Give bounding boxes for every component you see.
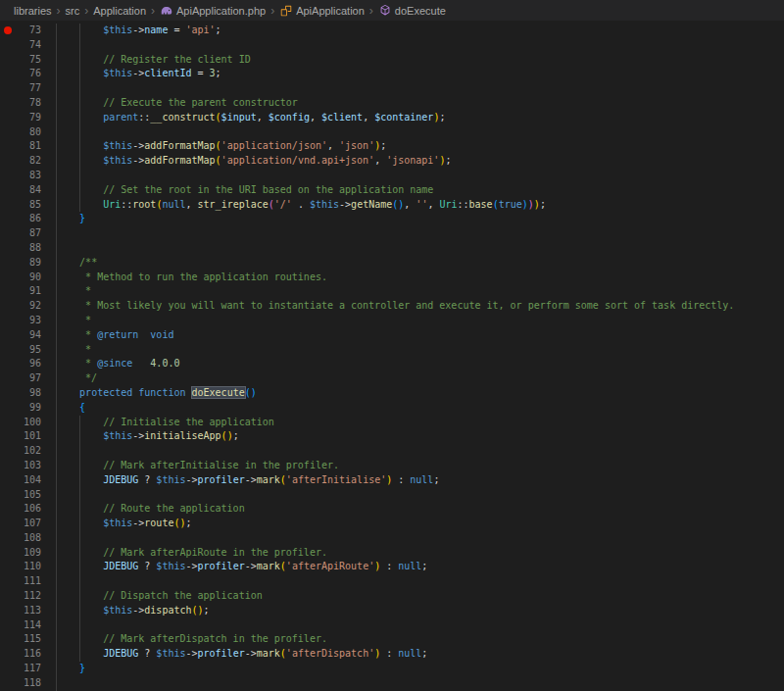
- line-number[interactable]: 90: [16, 271, 41, 285]
- breakpoint-margin[interactable]: [0, 328, 16, 343]
- line-number[interactable]: 74: [16, 38, 41, 53]
- breakpoint-margin[interactable]: [0, 459, 16, 473]
- line-number[interactable]: 112: [16, 589, 41, 604]
- breakpoint-margin[interactable]: [0, 546, 16, 561]
- code-line[interactable]: 104 JDEBUG ? $this->profiler->mark('afte…: [0, 473, 784, 488]
- code-line[interactable]: 78 // Execute the parent constructor: [0, 96, 784, 111]
- breakpoint-margin[interactable]: [0, 241, 16, 256]
- code-line[interactable]: 88: [0, 241, 784, 256]
- breakpoint-margin[interactable]: [0, 212, 16, 226]
- breadcrumb-item-apiapplication-php[interactable]: ApiApplication.php: [160, 4, 266, 18]
- breakpoint-icon[interactable]: [4, 26, 12, 34]
- line-number[interactable]: 104: [16, 473, 41, 488]
- line-number[interactable]: 76: [16, 67, 41, 81]
- breakpoint-margin[interactable]: [0, 226, 16, 241]
- breakpoint-margin[interactable]: [0, 589, 16, 604]
- breakpoint-margin[interactable]: [0, 560, 16, 574]
- code-line[interactable]: 112 // Dispatch the application: [0, 589, 784, 604]
- line-number[interactable]: 83: [16, 169, 41, 183]
- line-number[interactable]: 116: [16, 647, 41, 662]
- line-number[interactable]: 92: [16, 299, 41, 314]
- code-line[interactable]: 97 */: [0, 371, 784, 386]
- line-number[interactable]: 78: [16, 96, 41, 111]
- breakpoint-margin[interactable]: [0, 81, 16, 96]
- line-number[interactable]: 86: [16, 212, 41, 226]
- breakpoint-margin[interactable]: [0, 343, 16, 358]
- line-number[interactable]: 77: [16, 81, 41, 96]
- code-line[interactable]: 101 $this->initialiseApp();: [0, 429, 784, 444]
- code-line[interactable]: 90 * Method to run the application routi…: [0, 271, 784, 285]
- line-number[interactable]: 98: [16, 386, 41, 401]
- breakpoint-margin[interactable]: [0, 574, 16, 589]
- breakpoint-margin[interactable]: [0, 444, 16, 459]
- line-number[interactable]: 114: [16, 618, 41, 633]
- code-line[interactable]: 114: [0, 618, 784, 633]
- code-line[interactable]: 92 * Most likely you will want to instan…: [0, 299, 784, 314]
- code-line[interactable]: 96 * @since 4.0.0: [0, 357, 784, 371]
- code-line[interactable]: 98 protected function doExecute(): [0, 386, 784, 401]
- breadcrumb-item-libraries[interactable]: libraries: [14, 5, 52, 17]
- line-number[interactable]: 103: [16, 459, 41, 473]
- breakpoint-margin[interactable]: [0, 473, 16, 488]
- line-number[interactable]: 82: [16, 154, 41, 169]
- code-line[interactable]: 91 *: [0, 284, 784, 299]
- line-number[interactable]: 91: [16, 284, 41, 299]
- breakpoint-margin[interactable]: [0, 284, 16, 299]
- code-line[interactable]: 84 // Set the root in the URI based on t…: [0, 183, 784, 198]
- breakpoint-margin[interactable]: [0, 357, 16, 371]
- line-number[interactable]: 81: [16, 139, 41, 154]
- code-line[interactable]: 87: [0, 226, 784, 241]
- line-number[interactable]: 80: [16, 125, 41, 140]
- breakpoint-margin[interactable]: [0, 676, 16, 691]
- line-number[interactable]: 95: [16, 343, 41, 358]
- breakpoint-margin[interactable]: [0, 38, 16, 53]
- line-number[interactable]: 101: [16, 429, 41, 444]
- code-line[interactable]: 79 parent::__construct($input, $config, …: [0, 111, 784, 125]
- breakpoint-margin[interactable]: [0, 139, 16, 154]
- line-number[interactable]: 84: [16, 183, 41, 198]
- breakpoint-margin[interactable]: [0, 183, 16, 198]
- breakpoint-margin[interactable]: [0, 271, 16, 285]
- breakpoint-margin[interactable]: [0, 154, 16, 169]
- breakpoint-margin[interactable]: [0, 125, 16, 140]
- code-line[interactable]: 113 $this->dispatch();: [0, 604, 784, 618]
- line-number[interactable]: 97: [16, 371, 41, 386]
- breakpoint-margin[interactable]: [0, 488, 16, 503]
- line-number[interactable]: 79: [16, 111, 41, 125]
- breadcrumb-item-application[interactable]: Application: [93, 5, 146, 17]
- breakpoint-margin[interactable]: [0, 502, 16, 517]
- code-line[interactable]: 86 }: [0, 212, 784, 226]
- line-number[interactable]: 75: [16, 53, 41, 68]
- line-number[interactable]: 118: [16, 676, 41, 691]
- code-line[interactable]: 75 // Register the client ID: [0, 53, 784, 68]
- line-number[interactable]: 107: [16, 517, 41, 531]
- line-number[interactable]: 113: [16, 604, 41, 618]
- line-number[interactable]: 96: [16, 357, 41, 371]
- breakpoint-margin[interactable]: [0, 604, 16, 618]
- line-number[interactable]: 88: [16, 241, 41, 256]
- code-line[interactable]: 80: [0, 125, 784, 140]
- code-line[interactable]: 102: [0, 444, 784, 459]
- breakpoint-margin[interactable]: [0, 632, 16, 647]
- code-line[interactable]: 109 // Mark afterApiRoute in the profile…: [0, 546, 784, 561]
- code-line[interactable]: 100 // Initialise the application: [0, 416, 784, 430]
- code-line[interactable]: 108: [0, 531, 784, 546]
- line-number[interactable]: 94: [16, 328, 41, 343]
- line-number[interactable]: 115: [16, 632, 41, 647]
- line-number[interactable]: 110: [16, 560, 41, 574]
- line-number[interactable]: 87: [16, 226, 41, 241]
- line-number[interactable]: 108: [16, 531, 41, 546]
- code-line[interactable]: 95 *: [0, 343, 784, 358]
- code-line[interactable]: 116 JDEBUG ? $this->profiler->mark('afte…: [0, 647, 784, 662]
- line-number[interactable]: 89: [16, 256, 41, 271]
- breakpoint-margin[interactable]: [0, 647, 16, 662]
- breakpoint-margin[interactable]: [0, 401, 16, 416]
- line-number[interactable]: 85: [16, 198, 41, 213]
- code-line[interactable]: 106 // Route the application: [0, 502, 784, 517]
- code-line[interactable]: 77: [0, 81, 784, 96]
- breakpoint-margin[interactable]: [0, 96, 16, 111]
- code-line[interactable]: 81 $this->addFormatMap('application/json…: [0, 139, 784, 154]
- code-line[interactable]: 73 $this->name = 'api';: [0, 24, 784, 38]
- breakpoint-margin[interactable]: [0, 531, 16, 546]
- breakpoint-margin[interactable]: [0, 67, 16, 81]
